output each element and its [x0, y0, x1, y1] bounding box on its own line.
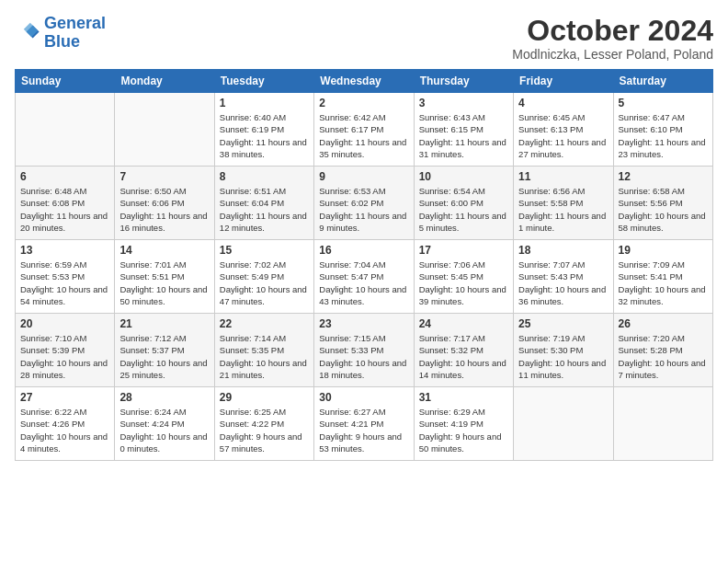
day-cell: 16Sunrise: 7:04 AMSunset: 5:47 PMDayligh…	[314, 240, 414, 314]
day-info: Sunrise: 7:04 AMSunset: 5:47 PMDaylight:…	[319, 259, 408, 307]
day-cell: 12Sunrise: 6:58 AMSunset: 5:56 PMDayligh…	[613, 167, 712, 240]
day-info: Sunrise: 7:01 AMSunset: 5:51 PMDaylight:…	[119, 259, 209, 307]
day-info: Sunrise: 7:06 AMSunset: 5:45 PMDaylight:…	[419, 259, 508, 307]
day-number: 6	[20, 170, 109, 183]
col-header-sunday: Sunday	[16, 70, 115, 93]
day-number: 16	[319, 244, 408, 257]
day-info: Sunrise: 6:43 AMSunset: 6:15 PMDaylight:…	[419, 111, 508, 160]
logo: General Blue	[15, 15, 106, 52]
day-info: Sunrise: 6:54 AMSunset: 6:00 PMDaylight:…	[419, 185, 508, 234]
page-header: General Blue October 2024 Modlniczka, Le…	[15, 15, 713, 62]
day-info: Sunrise: 6:29 AMSunset: 4:19 PMDaylight:…	[419, 406, 508, 454]
col-header-monday: Monday	[115, 70, 214, 93]
day-number: 22	[220, 317, 309, 330]
day-number: 25	[518, 317, 608, 330]
day-cell: 5Sunrise: 6:47 AMSunset: 6:10 PMDaylight…	[613, 93, 712, 167]
day-number: 27	[20, 391, 109, 404]
day-number: 12	[619, 170, 708, 183]
day-cell: 20Sunrise: 7:10 AMSunset: 5:39 PMDayligh…	[16, 314, 115, 387]
day-number: 13	[20, 244, 109, 257]
day-cell	[115, 93, 214, 167]
day-cell: 19Sunrise: 7:09 AMSunset: 5:41 PMDayligh…	[613, 240, 712, 314]
day-cell: 31Sunrise: 6:29 AMSunset: 4:19 PMDayligh…	[414, 387, 513, 461]
day-info: Sunrise: 7:20 AMSunset: 5:28 PMDaylight:…	[619, 332, 708, 381]
day-number: 3	[419, 97, 508, 109]
week-row-3: 13Sunrise: 6:59 AMSunset: 5:53 PMDayligh…	[16, 240, 713, 314]
day-cell: 14Sunrise: 7:01 AMSunset: 5:51 PMDayligh…	[115, 240, 214, 314]
week-row-4: 20Sunrise: 7:10 AMSunset: 5:39 PMDayligh…	[16, 314, 713, 387]
day-info: Sunrise: 6:48 AMSunset: 6:08 PMDaylight:…	[20, 185, 109, 234]
day-cell: 6Sunrise: 6:48 AMSunset: 6:08 PMDaylight…	[16, 167, 115, 240]
day-cell	[514, 387, 613, 461]
day-number: 10	[419, 170, 508, 183]
day-info: Sunrise: 6:27 AMSunset: 4:21 PMDaylight:…	[319, 406, 408, 454]
day-info: Sunrise: 6:25 AMSunset: 4:22 PMDaylight:…	[220, 406, 309, 454]
day-info: Sunrise: 6:47 AMSunset: 6:10 PMDaylight:…	[619, 111, 708, 160]
day-number: 9	[319, 170, 408, 183]
day-info: Sunrise: 6:50 AMSunset: 6:06 PMDaylight:…	[119, 185, 209, 234]
col-header-saturday: Saturday	[613, 70, 712, 93]
day-cell: 3Sunrise: 6:43 AMSunset: 6:15 PMDaylight…	[414, 93, 513, 167]
day-cell: 17Sunrise: 7:06 AMSunset: 5:45 PMDayligh…	[414, 240, 513, 314]
day-info: Sunrise: 6:58 AMSunset: 5:56 PMDaylight:…	[619, 185, 708, 234]
day-info: Sunrise: 6:40 AMSunset: 6:19 PMDaylight:…	[220, 111, 309, 160]
day-info: Sunrise: 6:56 AMSunset: 5:58 PMDaylight:…	[518, 185, 608, 234]
day-cell: 24Sunrise: 7:17 AMSunset: 5:32 PMDayligh…	[414, 314, 513, 387]
day-cell: 1Sunrise: 6:40 AMSunset: 6:19 PMDaylight…	[214, 93, 313, 167]
day-cell: 7Sunrise: 6:50 AMSunset: 6:06 PMDaylight…	[115, 167, 214, 240]
header-row: SundayMondayTuesdayWednesdayThursdayFrid…	[16, 70, 713, 93]
day-info: Sunrise: 7:10 AMSunset: 5:39 PMDaylight:…	[20, 332, 109, 381]
day-number: 19	[619, 244, 708, 257]
col-header-thursday: Thursday	[414, 70, 513, 93]
title-block: October 2024 Modlniczka, Lesser Poland, …	[512, 15, 713, 62]
day-cell: 28Sunrise: 6:24 AMSunset: 4:24 PMDayligh…	[115, 387, 214, 461]
day-info: Sunrise: 6:24 AMSunset: 4:24 PMDaylight:…	[119, 406, 209, 454]
day-number: 11	[518, 170, 608, 183]
day-info: Sunrise: 7:09 AMSunset: 5:41 PMDaylight:…	[619, 259, 708, 307]
day-number: 5	[619, 97, 708, 109]
day-cell: 25Sunrise: 7:19 AMSunset: 5:30 PMDayligh…	[514, 314, 613, 387]
col-header-friday: Friday	[514, 70, 613, 93]
day-info: Sunrise: 6:45 AMSunset: 6:13 PMDaylight:…	[518, 111, 608, 160]
day-info: Sunrise: 6:51 AMSunset: 6:04 PMDaylight:…	[220, 185, 309, 234]
logo-text: General Blue	[44, 15, 106, 52]
day-cell: 10Sunrise: 6:54 AMSunset: 6:00 PMDayligh…	[414, 167, 513, 240]
day-number: 21	[119, 317, 209, 330]
day-number: 30	[319, 391, 408, 404]
day-info: Sunrise: 7:12 AMSunset: 5:37 PMDaylight:…	[119, 332, 209, 381]
day-number: 1	[220, 97, 309, 109]
day-number: 2	[319, 97, 408, 109]
day-info: Sunrise: 6:59 AMSunset: 5:53 PMDaylight:…	[20, 259, 109, 307]
day-cell: 29Sunrise: 6:25 AMSunset: 4:22 PMDayligh…	[214, 387, 313, 461]
day-number: 31	[419, 391, 508, 404]
day-cell: 22Sunrise: 7:14 AMSunset: 5:35 PMDayligh…	[214, 314, 313, 387]
day-cell: 13Sunrise: 6:59 AMSunset: 5:53 PMDayligh…	[16, 240, 115, 314]
day-number: 4	[518, 97, 608, 109]
day-number: 7	[119, 170, 209, 183]
day-number: 18	[518, 244, 608, 257]
day-cell: 27Sunrise: 6:22 AMSunset: 4:26 PMDayligh…	[16, 387, 115, 461]
day-cell: 21Sunrise: 7:12 AMSunset: 5:37 PMDayligh…	[115, 314, 214, 387]
logo-line2: Blue	[44, 32, 80, 51]
day-cell: 18Sunrise: 7:07 AMSunset: 5:43 PMDayligh…	[514, 240, 613, 314]
month-title: October 2024	[512, 15, 713, 47]
day-cell: 11Sunrise: 6:56 AMSunset: 5:58 PMDayligh…	[514, 167, 613, 240]
day-number: 8	[220, 170, 309, 183]
day-cell: 26Sunrise: 7:20 AMSunset: 5:28 PMDayligh…	[613, 314, 712, 387]
day-number: 24	[419, 317, 508, 330]
day-number: 26	[619, 317, 708, 330]
day-number: 17	[419, 244, 508, 257]
day-info: Sunrise: 6:42 AMSunset: 6:17 PMDaylight:…	[319, 111, 408, 160]
day-number: 29	[220, 391, 309, 404]
day-cell: 15Sunrise: 7:02 AMSunset: 5:49 PMDayligh…	[214, 240, 313, 314]
calendar-table: SundayMondayTuesdayWednesdayThursdayFrid…	[15, 69, 713, 461]
day-number: 14	[119, 244, 209, 257]
day-cell: 2Sunrise: 6:42 AMSunset: 6:17 PMDaylight…	[314, 93, 414, 167]
week-row-2: 6Sunrise: 6:48 AMSunset: 6:08 PMDaylight…	[16, 167, 713, 240]
day-number: 20	[20, 317, 109, 330]
day-cell: 9Sunrise: 6:53 AMSunset: 6:02 PMDaylight…	[314, 167, 414, 240]
day-info: Sunrise: 7:14 AMSunset: 5:35 PMDaylight:…	[220, 332, 309, 381]
day-info: Sunrise: 7:07 AMSunset: 5:43 PMDaylight:…	[518, 259, 608, 307]
day-info: Sunrise: 6:22 AMSunset: 4:26 PMDaylight:…	[20, 406, 109, 454]
day-info: Sunrise: 7:17 AMSunset: 5:32 PMDaylight:…	[419, 332, 508, 381]
